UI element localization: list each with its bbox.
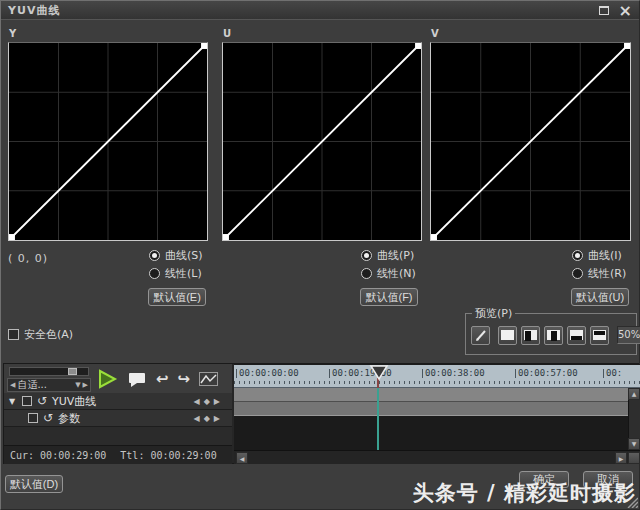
preview-split-bottom-button[interactable] (567, 326, 586, 345)
reset-icon[interactable]: ↺ (43, 413, 53, 423)
undo-button[interactable]: ↩ (156, 372, 169, 386)
radio-curve-v[interactable]: 曲线(I) (572, 248, 626, 263)
timeline-row-yuv[interactable]: ▼ ↺ YUV曲线 ◀◆▶ (4, 393, 232, 410)
radio-icon (361, 250, 372, 261)
reset-icon[interactable]: ↺ (37, 396, 47, 406)
keyframe-timeline-panel: ◀ 自适... ▼ ▶ ↩ ↪ (3, 363, 639, 464)
safe-color-checkbox[interactable]: 安全色(A) (8, 327, 73, 342)
curve-grid-u[interactable] (222, 42, 422, 241)
prev-keyframe-icon[interactable]: ◀ (194, 414, 204, 423)
radio-linear-u[interactable]: 线性(N) (361, 266, 416, 281)
yuv-curves-dialog: YUV曲线 × Y U V (0, 0, 640, 510)
row-checkbox[interactable] (22, 396, 32, 406)
play-button[interactable] (96, 368, 118, 390)
preview-group: 预览(P) 50% (465, 313, 637, 355)
preview-monitor-button[interactable] (127, 370, 147, 388)
timeline-track-area: 00:00:00:00 00:00:19:00 00:00:38:00 00:0… (234, 364, 640, 463)
scroll-left-icon[interactable]: ◀ (236, 452, 248, 464)
preview-single-icon (501, 330, 514, 340)
default-button-u[interactable]: 默认值(F) (360, 288, 418, 306)
radio-icon (149, 268, 160, 279)
track-lane-empty (234, 416, 628, 450)
expand-icon[interactable]: ▼ (7, 397, 17, 406)
preview-split-top-button[interactable] (590, 326, 609, 345)
keyframe-nav[interactable]: ◀◆▶ (194, 397, 232, 406)
curve-grid-y[interactable] (8, 42, 208, 241)
pen-tool-button[interactable] (471, 326, 490, 345)
add-keyframe-icon[interactable]: ◆ (204, 397, 214, 406)
maximize-icon[interactable] (599, 4, 609, 17)
radio-label: 曲线(P) (377, 248, 414, 263)
prev-keyframe-icon[interactable]: ◀ (194, 397, 204, 406)
chevron-left-icon[interactable]: ◀ (10, 381, 15, 389)
radio-linear-v[interactable]: 线性(R) (572, 266, 626, 281)
scroll-down-icon[interactable]: ▼ (628, 438, 640, 450)
chevron-down-icon[interactable]: ▼ (75, 381, 80, 389)
default-all-button[interactable]: 默认值(D) (5, 475, 63, 493)
watermark-text: 头条号 / 精彩延时摄影 (413, 479, 636, 507)
scroll-right-icon[interactable]: ▶ (615, 452, 627, 464)
next-keyframe-icon[interactable]: ▶ (214, 414, 224, 423)
timeline-fit-dropdown[interactable]: ◀ 自适... ▼ ▶ (7, 378, 91, 392)
timeline-row-params[interactable]: ↺ 参数 ◀◆▶ (4, 410, 232, 427)
radio-icon (572, 250, 583, 261)
radio-icon (572, 268, 583, 279)
redo-button[interactable]: ↪ (178, 372, 191, 386)
window-title: YUV曲线 (8, 3, 60, 18)
preview-split-right-icon (547, 330, 560, 340)
radio-linear-y[interactable]: 线性(L) (149, 266, 203, 281)
playhead-track-line[interactable] (377, 388, 379, 450)
title-bar[interactable]: YUV曲线 × (1, 1, 639, 20)
timeline-status-bar: Cur: 00:00:29:00 Ttl: 00:00:29:00 (4, 445, 232, 464)
default-button-v[interactable]: 默认值(U) (571, 288, 629, 306)
track-lane-yuv[interactable] (234, 388, 628, 402)
chevron-right-icon[interactable]: ▶ (83, 381, 88, 389)
timeline-zoom-slider[interactable] (9, 367, 89, 376)
checkbox-icon (8, 329, 19, 340)
radio-label: 线性(R) (588, 266, 626, 281)
row-checkbox[interactable] (28, 413, 38, 423)
radio-label: 线性(L) (165, 266, 202, 281)
channel-label-y: Y (9, 28, 16, 39)
total-timecode: Ttl: 00:00:29:00 (120, 450, 216, 461)
add-keyframe-icon[interactable]: ◆ (204, 414, 214, 423)
radio-curve-u[interactable]: 曲线(P) (361, 248, 416, 263)
keyframe-nav[interactable]: ◀◆▶ (194, 414, 232, 423)
preview-zoom-select[interactable]: 50% (617, 326, 640, 344)
ruler-minor-ticks (234, 381, 640, 384)
preview-split-top-icon (593, 330, 606, 340)
next-keyframe-icon[interactable]: ▶ (214, 397, 224, 406)
slider-handle[interactable] (68, 368, 77, 375)
curve-graph-button[interactable] (199, 372, 218, 386)
safe-color-label: 安全色(A) (24, 327, 73, 342)
vertical-scrollbar[interactable]: ▲ ▼ (628, 388, 640, 450)
coordinate-readout: ( 0, 0) (8, 252, 48, 265)
radio-label: 曲线(S) (165, 248, 203, 263)
preview-split-left-icon (524, 330, 537, 340)
current-timecode: Cur: 00:00:29:00 (10, 450, 106, 461)
ruler-tick: 00:00:38:00 (422, 369, 485, 378)
fit-dropdown-value: 自适... (17, 378, 73, 392)
radio-curve-y[interactable]: 曲线(S) (149, 248, 203, 263)
resize-grip[interactable] (626, 496, 638, 508)
curve-grid-v[interactable] (430, 42, 631, 241)
radio-label: 曲线(I) (588, 248, 622, 263)
close-icon[interactable]: × (619, 4, 632, 17)
scroll-up-icon[interactable]: ▲ (628, 388, 640, 400)
track-lane-params[interactable] (234, 402, 628, 416)
ruler-tick: 00:00:00:00 (236, 369, 299, 378)
timeline-left-pane: ◀ 自适... ▼ ▶ ↩ ↪ (4, 364, 232, 463)
default-button-y[interactable]: 默认值(E) (148, 288, 206, 306)
preview-split-right-button[interactable] (544, 326, 563, 345)
channel-label-v: V (431, 28, 439, 39)
radio-icon (149, 250, 160, 261)
curve-graph-icon (199, 372, 218, 386)
preview-single-button[interactable] (498, 326, 517, 345)
playhead-handle[interactable] (369, 365, 389, 380)
preview-split-left-button[interactable] (521, 326, 540, 345)
preview-split-bottom-icon (570, 330, 583, 340)
horizontal-scrollbar[interactable]: ◀ ▶ (234, 450, 640, 464)
timecode-ruler[interactable]: 00:00:00:00 00:00:19:00 00:00:38:00 00:0… (234, 365, 640, 388)
play-icon (96, 368, 118, 390)
monitor-icon (127, 370, 147, 388)
